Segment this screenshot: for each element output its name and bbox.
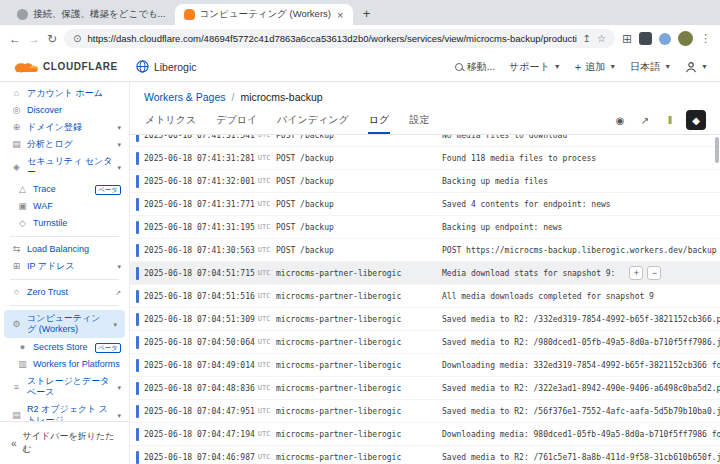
forward-icon[interactable]: → [28,32,40,46]
sidebar-item-zero-trust[interactable]: ○Zero Trust↗ [0,284,129,301]
log-message: Saved media to R2: /332ed319-7854-4992-b… [442,315,720,324]
share-icon-button[interactable]: ↗ [636,111,654,129]
sidebar-item-trace[interactable]: △Traceベータ [0,181,129,198]
browser-tab-1[interactable]: 接続、保護、構築をどこでも... [8,4,175,25]
sidebar-item-security-center[interactable]: ◈セキュリティ センター▾ [0,153,129,181]
browser-tab-2[interactable]: コンピューティング (Workers) × [175,4,354,25]
log-row[interactable]: 2025-06-18 07:04:46:987UTCmicrocms-partn… [130,446,720,464]
log-level-bar [136,359,139,372]
chevron-down-icon: ▾ [113,319,117,330]
account-name: Liberogic [154,61,197,73]
log-timestamp: 2025-06-18 07:04:46:987UTC [136,451,276,464]
site-info-icon[interactable]: ⊙ [73,33,81,44]
sidebar-item-label: セキュリティ センター [27,156,112,178]
log-time-text: 2025-06-18 07:04:46:987 [144,453,255,462]
log-timestamp: 2025-06-18 07:04:49:014UTC [136,359,276,372]
log-row[interactable]: 2025-06-18 07:04:51:516UTCmicrocms-partn… [130,285,720,308]
log-row[interactable]: 2025-06-18 07:04:47:194UTCmicrocms-partn… [130,423,720,446]
sidebar: ⌂アカウント ホーム◎Discover⊕ドメイン登録▾▤分析とログ▾◈セキュリテ… [0,82,130,464]
log-row[interactable]: 2025-06-18 07:04:51:715UTCmicrocms-partn… [130,262,720,285]
sidebar-item-turnstile[interactable]: ◇Turnstile [0,215,129,232]
sidebar-item-analytics[interactable]: ▤分析とログ▾ [0,136,129,153]
sidebar-item-label: Zero Trust [27,287,110,298]
address-bar[interactable]: ⊙ https://dash.cloudflare.com/48694f5772… [64,29,615,48]
back-icon[interactable]: ← [9,32,21,46]
new-tab-button[interactable]: + [357,5,375,23]
log-timezone: UTC [258,223,271,231]
log-row[interactable]: 2025-06-18 07:41:31:281UTCPOST /backupFo… [130,147,720,170]
chevron-down-icon: ▾ [117,162,121,173]
sidebar-item-home[interactable]: ⌂アカウント ホーム [0,85,129,102]
url-text[interactable]: https://dash.cloudflare.com/48694f5772c4… [87,33,576,44]
live-toggle-button[interactable]: ◆ [686,110,706,130]
sidebar-item-discover[interactable]: ◎Discover [0,102,129,119]
log-source: POST /backup [276,177,442,186]
tab-ログ[interactable]: ログ [368,109,390,134]
log-timezone: UTC [258,177,271,185]
log-row[interactable]: 2025-06-18 07:04:51:309UTCmicrocms-partn… [130,308,720,331]
browser-menu-icon[interactable]: ⋮ [700,32,711,45]
sidebar-item-workers[interactable]: ⚙コンピューティング (Workers)▾ [4,310,125,338]
sidebar-item-ip-addresses[interactable]: ⊞IP アドレス▾ [0,258,129,275]
log-row[interactable]: 2025-06-18 07:41:32:001UTCPOST /backupBa… [130,170,720,193]
extension-icon-1[interactable] [639,32,652,45]
log-row[interactable]: 2025-06-18 07:41:30:563UTCPOST /backupPO… [130,239,720,262]
tab-バインディング[interactable]: バインディング [276,109,350,134]
globe-icon-button[interactable]: ◉ [611,111,629,129]
sidebar-item-domain[interactable]: ⊕ドメイン登録▾ [0,119,129,136]
sidebar-item-label: Discover [27,105,121,116]
collapse-row-button[interactable]: − [647,266,661,280]
language-menu[interactable]: 日本語 ▼ [630,60,671,74]
beta-badge: ベータ [95,185,121,195]
extensions-puzzle-icon[interactable]: ⊞ [622,32,632,46]
log-time-text: 2025-06-18 07:04:51:516 [144,292,255,301]
tab-メトリクス[interactable]: メトリクス [144,109,197,134]
log-row[interactable]: 2025-06-18 07:41:31:771UTCPOST /backupSa… [130,193,720,216]
log-row[interactable]: 2025-06-18 07:04:49:014UTCmicrocms-partn… [130,354,720,377]
log-row[interactable]: 2025-06-18 07:04:47:951UTCmicrocms-partn… [130,400,720,423]
log-row[interactable]: 2025-06-18 07:41:31:541UTCPOST /backupNo… [130,135,720,147]
secrets-store-icon: ● [17,342,28,353]
share-page-icon[interactable]: ↥ [583,33,591,44]
extension-icon-2[interactable] [659,33,671,45]
log-source: microcms-partner-liberogic [276,292,442,301]
cloudflare-logo[interactable]: CLOUDFLARE [12,60,118,73]
log-level-bar [136,135,139,142]
log-timezone: UTC [258,292,271,300]
log-timezone: UTC [258,407,271,415]
log-row[interactable]: 2025-06-18 07:04:50:064UTCmicrocms-partn… [130,331,720,354]
log-level-bar [136,451,139,464]
log-level-bar [136,244,139,257]
turnstile-icon: ◇ [17,218,28,229]
support-menu[interactable]: サポート ▼ [509,60,561,74]
account-selector[interactable]: Liberogic [136,60,197,73]
sidebar-item-label: 分析とログ [27,139,112,150]
user-menu[interactable]: ▼ [685,61,708,73]
reload-icon[interactable]: ↻ [47,32,57,46]
sidebar-item-waf[interactable]: ▣WAF [0,198,129,215]
scrollbar-thumb[interactable] [715,137,719,163]
pause-icon-button[interactable]: ‖ [661,111,679,129]
log-row[interactable]: 2025-06-18 07:04:48:836UTCmicrocms-partn… [130,377,720,400]
sidebar-item-r2-storage[interactable]: ▤R2 オブジェクト ストレージ▾ [0,401,129,421]
tab-デプロイ[interactable]: デプロイ [215,109,258,134]
global-search[interactable]: 移動... [455,60,495,74]
tab-close-icon[interactable]: × [336,9,344,21]
log-timestamp: 2025-06-18 07:04:47:194UTC [136,428,276,441]
log-row[interactable]: 2025-06-18 07:41:31:195UTCPOST /backupBa… [130,216,720,239]
tab-設定[interactable]: 設定 [408,109,430,134]
sidebar-item-label: Workers for Platforms [33,359,121,370]
bookmark-star-icon[interactable]: ☆ [597,33,606,44]
log-level-bar [136,382,139,395]
sidebar-item-workers-for-platforms[interactable]: ▥Workers for Platforms [0,356,129,373]
browser-profile-avatar[interactable] [678,31,693,46]
collapse-sidebar-button[interactable]: « サイドバーを折りたたむ [0,421,129,464]
sidebar-item-storage[interactable]: ≡ストレージとデータベース▾ [0,373,129,401]
log-time-text: 2025-06-18 07:04:48:836 [144,384,255,393]
expand-row-button[interactable]: + [629,266,643,280]
sidebar-item-load-balancing[interactable]: ⇆Load Balancing [0,241,129,258]
breadcrumb-workers-pages-link[interactable]: Workers & Pages [144,91,226,103]
add-menu[interactable]: + 追加 ▼ [575,60,616,74]
sidebar-item-secrets-store[interactable]: ●Secrets Storeベータ [0,339,129,356]
log-source: POST /backup [276,200,442,209]
